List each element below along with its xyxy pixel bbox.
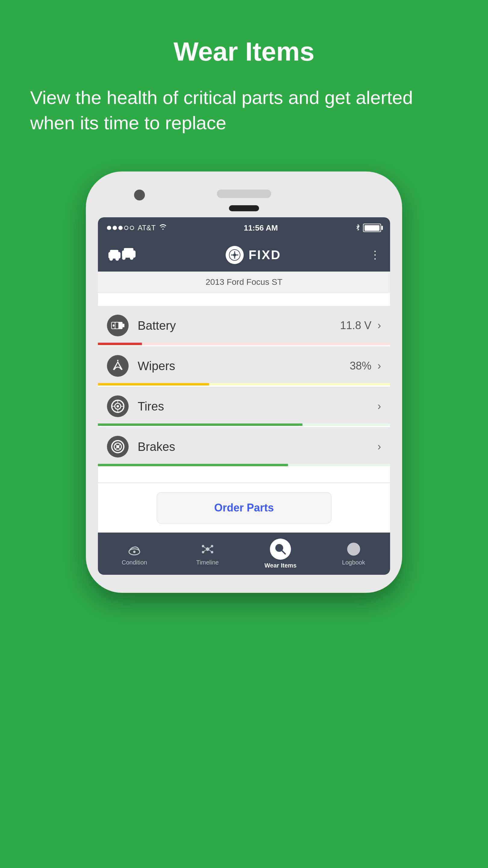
battery-progress-track [98, 343, 390, 345]
phone-mockup: AT&T 11:56 AM [86, 172, 402, 593]
svg-point-21 [117, 405, 119, 407]
svg-point-2 [109, 257, 113, 261]
nav-logbook-label: Logbook [342, 559, 365, 566]
brakes-item-left: Brakes [107, 436, 175, 458]
logo-circle [226, 246, 244, 264]
status-left: AT&T [107, 224, 167, 232]
signal-dot-3 [119, 226, 123, 230]
order-parts-section: Order Parts [98, 483, 390, 532]
carrier-label: AT&T [138, 224, 156, 232]
bottom-navigation: Condition Timeline [98, 532, 390, 575]
bluetooth-icon [355, 223, 360, 232]
brakes-chevron: › [378, 440, 381, 453]
svg-point-3 [116, 257, 119, 261]
nav-timeline-label: Timeline [196, 559, 219, 566]
battery-item-left: Battery [107, 315, 176, 336]
battery-wear-item[interactable]: Battery 11.8 V › [98, 306, 390, 345]
tires-progress-fill [98, 424, 302, 426]
vehicle-name: 2013 Ford Focus ST [205, 277, 282, 287]
nav-item-timeline[interactable]: Timeline [171, 541, 244, 566]
signal-dot-1 [107, 226, 111, 230]
nav-item-wear-items[interactable]: Wear Items [244, 538, 317, 569]
status-right [355, 223, 381, 232]
battery-chevron: › [378, 319, 381, 332]
status-time: 11:56 AM [244, 223, 278, 233]
wear-items-search-circle [270, 538, 291, 560]
wipers-item-left: Wipers [107, 355, 175, 377]
phone-screen: AT&T 11:56 AM [98, 217, 390, 575]
svg-rect-1 [110, 250, 119, 253]
vehicles-icon[interactable] [107, 244, 137, 266]
phone-shell: AT&T 11:56 AM [86, 172, 402, 593]
app-logo: FIXD [226, 246, 281, 264]
battery-icon-circle [107, 315, 129, 336]
battery-label: Battery [138, 319, 176, 333]
tires-wear-item[interactable]: Tires › [98, 387, 390, 426]
tires-item-left: Tires [107, 396, 164, 417]
signal-indicator [107, 226, 134, 230]
battery-item-right: 11.8 V › [340, 319, 381, 332]
svg-line-41 [282, 550, 285, 554]
tires-label: Tires [138, 400, 164, 413]
signal-dot-2 [113, 226, 117, 230]
brakes-progress-track [98, 464, 390, 466]
phone-camera-area [98, 190, 390, 198]
phone-sensor [229, 205, 259, 211]
white-spacer [98, 467, 390, 483]
svg-point-11 [233, 253, 236, 256]
nav-condition-label: Condition [122, 559, 147, 566]
svg-rect-15 [116, 322, 119, 329]
header-section: Wear Items View the health of critical p… [0, 0, 488, 153]
svg-rect-13 [123, 324, 124, 327]
nav-wear-items-label: Wear Items [264, 562, 296, 569]
wipers-progress-track [98, 383, 390, 385]
brakes-label: Brakes [138, 440, 175, 454]
wipers-label: Wipers [138, 359, 175, 373]
battery-status-icon [363, 224, 381, 232]
svg-point-7 [130, 256, 133, 260]
svg-point-31 [206, 547, 209, 551]
tires-progress-track [98, 424, 390, 426]
wipers-value: 38% [350, 360, 371, 372]
content-spacer [98, 293, 390, 305]
svg-point-28 [116, 445, 119, 448]
brakes-wear-item[interactable]: Brakes › [98, 427, 390, 466]
signal-dot-4 [124, 226, 128, 230]
svg-rect-5 [124, 248, 133, 252]
tires-item-right: › [378, 400, 381, 412]
svg-point-30 [133, 551, 135, 553]
wipers-wear-item[interactable]: Wipers 38% › [98, 346, 390, 385]
phone-speaker [217, 190, 271, 198]
nav-item-condition[interactable]: Condition [98, 541, 171, 566]
wipers-item-right: 38% › [350, 360, 381, 372]
brakes-icon-circle [107, 436, 129, 458]
signal-dot-5 [130, 226, 134, 230]
tires-icon-circle [107, 396, 129, 417]
battery-fill [364, 225, 380, 231]
vehicle-bar[interactable]: 2013 Ford Focus ST [98, 272, 390, 293]
tires-chevron: › [378, 400, 381, 412]
brakes-item-right: › [378, 440, 381, 453]
app-header: FIXD ⋮ [98, 239, 390, 272]
svg-point-6 [122, 256, 126, 260]
status-bar: AT&T 11:56 AM [98, 217, 390, 239]
wipers-chevron: › [378, 360, 381, 372]
wifi-icon [159, 224, 167, 232]
battery-value: 11.8 V [340, 319, 371, 332]
page-title: Wear Items [24, 36, 464, 67]
phone-camera [134, 190, 145, 200]
wipers-icon-circle [107, 355, 129, 377]
brakes-progress-fill [98, 464, 288, 466]
more-menu-button[interactable]: ⋮ [369, 249, 381, 261]
order-parts-button[interactable]: Order Parts [157, 492, 331, 524]
battery-progress-fill [98, 343, 142, 345]
logo-text: FIXD [249, 248, 281, 262]
nav-item-logbook[interactable]: Logbook [317, 541, 390, 566]
page-subtitle: View the health of critical parts and ge… [24, 85, 464, 135]
wipers-progress-fill [98, 383, 209, 385]
